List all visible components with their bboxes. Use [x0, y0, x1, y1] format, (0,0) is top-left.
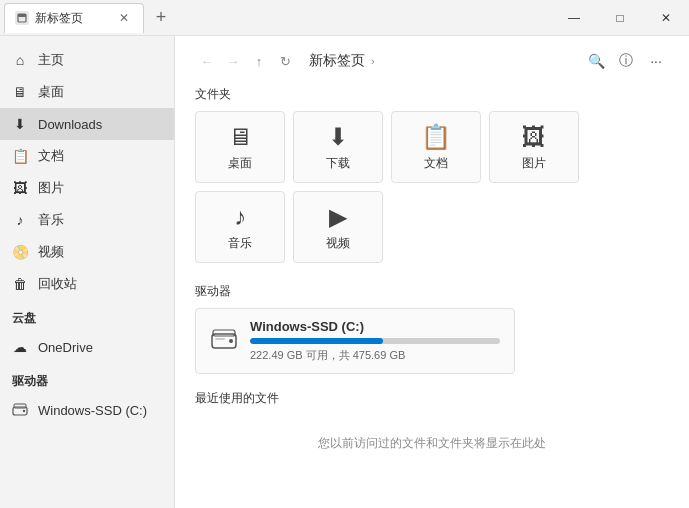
recent-empty-text: 您以前访问过的文件和文件夹将显示在此处: [195, 415, 669, 472]
music-icon: ♪: [12, 212, 28, 228]
drive-card-icon: [210, 328, 238, 355]
folder-documents-icon: 📋: [421, 123, 451, 151]
sidebar: ⌂ 主页 🖥 桌面 ⬇ Downloads 📋 文档 🖼 图片 ♪ 音乐 📀 视…: [0, 36, 175, 508]
folder-documents-label: 文档: [424, 155, 448, 172]
home-icon: ⌂: [12, 52, 28, 68]
videos-icon: 📀: [12, 244, 28, 260]
info-button[interactable]: ⓘ: [613, 48, 639, 74]
recent-section-label: 最近使用的文件: [195, 390, 669, 407]
sidebar-item-recycle[interactable]: 🗑 回收站: [0, 268, 174, 300]
active-tab[interactable]: 新标签页 ✕: [4, 3, 144, 33]
breadcrumb-arrow: ›: [371, 55, 375, 67]
maximize-button[interactable]: □: [597, 0, 643, 36]
folder-card-desktop[interactable]: 🖥 桌面: [195, 111, 285, 183]
sidebar-label-home: 主页: [38, 51, 64, 69]
folder-downloads-label: 下载: [326, 155, 350, 172]
content-area: ← → ↑ ↻ 新标签页 › 🔍 ⓘ ··· 文件夹 🖥 桌面 ⬇ 下载: [175, 36, 689, 508]
sidebar-item-home[interactable]: ⌂ 主页: [0, 44, 174, 76]
tab-label: 新标签页: [35, 10, 109, 27]
sidebar-item-music[interactable]: ♪ 音乐: [0, 204, 174, 236]
address-actions: 🔍 ⓘ ···: [583, 48, 669, 74]
svg-rect-8: [215, 338, 225, 340]
documents-icon: 📋: [12, 148, 28, 164]
downloads-icon: ⬇: [12, 116, 28, 132]
folder-pictures-label: 图片: [522, 155, 546, 172]
window-controls: — □ ✕: [551, 0, 689, 36]
search-button[interactable]: 🔍: [583, 48, 609, 74]
folder-card-videos[interactable]: ▶ 视频: [293, 191, 383, 263]
sidebar-label-documents: 文档: [38, 147, 64, 165]
drive-space: 222.49 GB 可用，共 475.69 GB: [250, 348, 500, 363]
folder-music-label: 音乐: [228, 235, 252, 252]
sidebar-item-desktop[interactable]: 🖥 桌面: [0, 76, 174, 108]
svg-rect-6: [213, 330, 235, 336]
drives-section-label: 驱动器: [0, 363, 174, 394]
svg-point-4: [23, 410, 25, 412]
sidebar-item-downloads[interactable]: ⬇ Downloads: [0, 108, 174, 140]
tab-icon: [15, 11, 29, 25]
drive-name: Windows-SSD (C:): [250, 319, 500, 334]
folder-card-pictures[interactable]: 🖼 图片: [489, 111, 579, 183]
new-tab-button[interactable]: +: [146, 3, 176, 33]
sidebar-label-recycle: 回收站: [38, 275, 77, 293]
up-button[interactable]: ↑: [247, 49, 271, 73]
sidebar-item-pictures[interactable]: 🖼 图片: [0, 172, 174, 204]
recycle-icon: 🗑: [12, 276, 28, 292]
cloud-section-label: 云盘: [0, 300, 174, 331]
close-window-button[interactable]: ✕: [643, 0, 689, 36]
folder-desktop-label: 桌面: [228, 155, 252, 172]
svg-rect-1: [18, 14, 26, 17]
minimize-button[interactable]: —: [551, 0, 597, 36]
more-button[interactable]: ···: [643, 48, 669, 74]
sidebar-label-downloads: Downloads: [38, 117, 102, 132]
tab-close-button[interactable]: ✕: [115, 9, 133, 27]
drives-section-header: 驱动器: [195, 283, 669, 300]
drive-bar-fill: [250, 338, 383, 344]
sidebar-item-onedrive[interactable]: ☁ OneDrive: [0, 331, 174, 363]
sidebar-label-desktop: 桌面: [38, 83, 64, 101]
folder-grid: 🖥 桌面 ⬇ 下载 📋 文档 🖼 图片 ♪ 音乐 ▶ 视频: [195, 111, 669, 263]
folder-videos-label: 视频: [326, 235, 350, 252]
sidebar-item-documents[interactable]: 📋 文档: [0, 140, 174, 172]
folder-videos-icon: ▶: [329, 203, 347, 231]
folder-downloads-icon: ⬇: [328, 123, 348, 151]
address-bar: ← → ↑ ↻ 新标签页 › 🔍 ⓘ ···: [195, 48, 669, 74]
drive-card-windowsssd[interactable]: Windows-SSD (C:) 222.49 GB 可用，共 475.69 G…: [195, 308, 515, 374]
drive-info: Windows-SSD (C:) 222.49 GB 可用，共 475.69 G…: [250, 319, 500, 363]
sidebar-label-windowsssd: Windows-SSD (C:): [38, 403, 147, 418]
folder-desktop-icon: 🖥: [228, 123, 252, 151]
main-area: ⌂ 主页 🖥 桌面 ⬇ Downloads 📋 文档 🖼 图片 ♪ 音乐 📀 视…: [0, 36, 689, 508]
drive-icon: [12, 402, 28, 418]
pictures-icon: 🖼: [12, 180, 28, 196]
sidebar-item-videos[interactable]: 📀 视频: [0, 236, 174, 268]
sidebar-label-onedrive: OneDrive: [38, 340, 93, 355]
folder-music-icon: ♪: [234, 203, 246, 231]
folder-card-documents[interactable]: 📋 文档: [391, 111, 481, 183]
folders-section-header: 文件夹: [195, 86, 669, 103]
refresh-button[interactable]: ↻: [273, 49, 297, 73]
svg-point-7: [229, 339, 233, 343]
onedrive-icon: ☁: [12, 339, 28, 355]
sidebar-item-windowsssd[interactable]: Windows-SSD (C:): [0, 394, 174, 426]
drive-bar-bg: [250, 338, 500, 344]
nav-buttons: ← → ↑ ↻: [195, 49, 297, 73]
title-bar: 新标签页 ✕ + — □ ✕: [0, 0, 689, 36]
folder-card-downloads[interactable]: ⬇ 下载: [293, 111, 383, 183]
breadcrumb-text: 新标签页: [309, 52, 365, 70]
desktop-icon: 🖥: [12, 84, 28, 100]
sidebar-label-pictures: 图片: [38, 179, 64, 197]
folder-pictures-icon: 🖼: [522, 123, 546, 151]
sidebar-label-music: 音乐: [38, 211, 64, 229]
folder-card-music[interactable]: ♪ 音乐: [195, 191, 285, 263]
sidebar-label-videos: 视频: [38, 243, 64, 261]
forward-button[interactable]: →: [221, 49, 245, 73]
back-button[interactable]: ←: [195, 49, 219, 73]
